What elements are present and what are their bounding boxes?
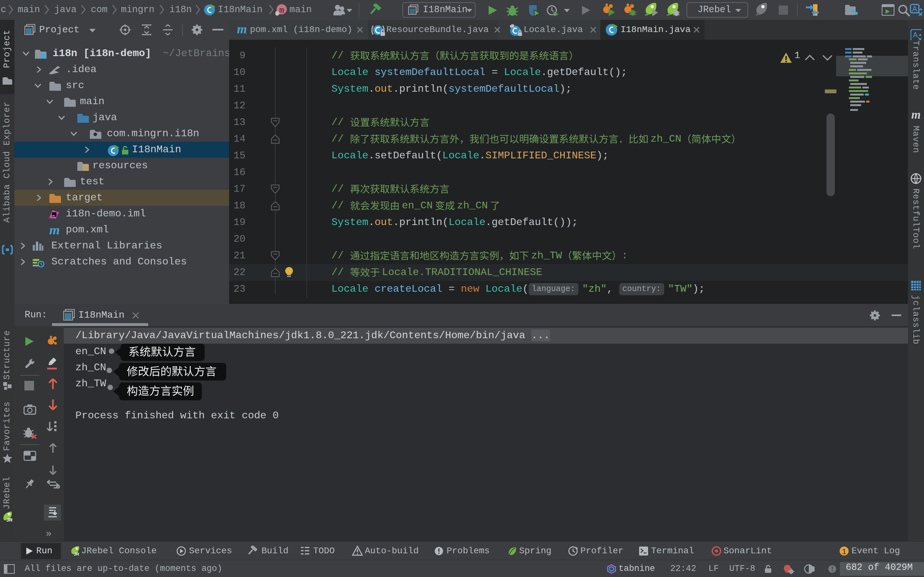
svg-text:A: A (912, 5, 917, 13)
svg-text:1: 1 (842, 548, 846, 556)
svg-text:m: m (49, 225, 60, 236)
svg-text:JR: JR (6, 517, 13, 522)
svg-text:m: m (279, 6, 284, 15)
svg-text:A: A (913, 31, 918, 39)
svg-text:JR: JR (74, 552, 79, 556)
svg-text:m: m (237, 24, 247, 35)
svg-text:m: m (911, 110, 921, 121)
